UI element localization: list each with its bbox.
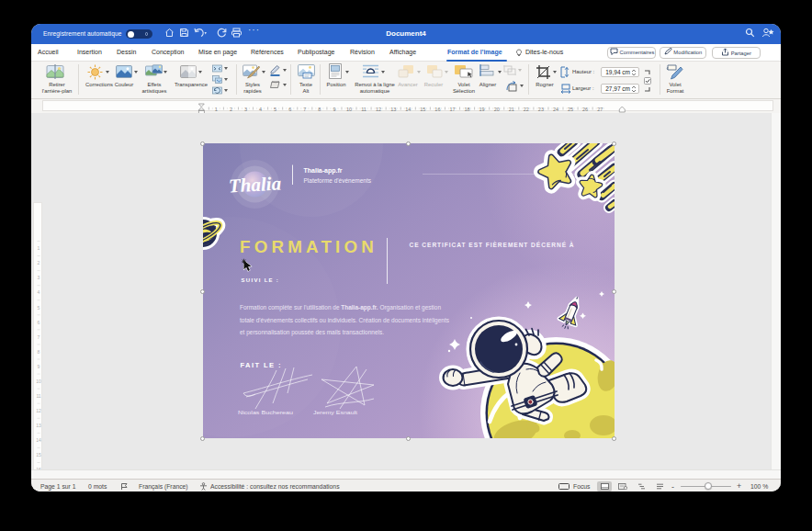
svg-text:24: 24 bbox=[553, 107, 558, 112]
svg-text:10: 10 bbox=[346, 107, 352, 112]
svg-text:5: 5 bbox=[274, 107, 276, 112]
svg-text:6: 6 bbox=[288, 107, 291, 112]
svg-text:1: 1 bbox=[215, 107, 218, 112]
svg-text:3: 3 bbox=[38, 275, 40, 280]
svg-text:et personnalisation poussée de: et personnalisation poussée des mails tr… bbox=[240, 329, 384, 336]
svg-text:14: 14 bbox=[36, 437, 41, 443]
svg-text:19: 19 bbox=[479, 107, 485, 112]
svg-text:16: 16 bbox=[434, 107, 440, 112]
svg-text:Jeremy Esnault: Jeremy Esnault bbox=[313, 409, 357, 415]
svg-text:Nicolas Buchereau: Nicolas Buchereau bbox=[238, 409, 294, 415]
svg-text:2: 2 bbox=[230, 107, 232, 112]
svg-text:Thalia: Thalia bbox=[228, 173, 281, 198]
svg-text:7: 7 bbox=[303, 107, 306, 112]
svg-text:Thalia-app.fr: Thalia-app.fr bbox=[303, 167, 342, 175]
svg-text:4: 4 bbox=[38, 289, 40, 295]
svg-text:22: 22 bbox=[524, 107, 529, 112]
svg-text:CE CERTIFICAT EST FIÈREMENT DÉ: CE CERTIFICAT EST FIÈREMENT DÉCERNÉ À bbox=[409, 241, 574, 248]
svg-text:8: 8 bbox=[38, 349, 40, 355]
svg-text:20: 20 bbox=[494, 107, 500, 112]
svg-text:23: 23 bbox=[538, 107, 544, 112]
svg-text:13: 13 bbox=[36, 423, 41, 428]
svg-text:Formation complète sur l'utili: Formation complète sur l'utilisation de … bbox=[240, 304, 441, 311]
svg-text:15: 15 bbox=[36, 452, 41, 458]
svg-text:FAIT LE :: FAIT LE : bbox=[240, 361, 282, 369]
svg-text:1: 1 bbox=[38, 245, 40, 251]
svg-text:17: 17 bbox=[449, 107, 455, 112]
svg-text:4: 4 bbox=[259, 107, 262, 112]
svg-text:13: 13 bbox=[390, 107, 396, 112]
svg-text:8: 8 bbox=[318, 107, 321, 112]
svg-text:14: 14 bbox=[405, 107, 411, 112]
svg-text:10: 10 bbox=[36, 378, 41, 384]
svg-text:25: 25 bbox=[568, 107, 573, 112]
svg-text:7: 7 bbox=[38, 334, 40, 340]
svg-text:9: 9 bbox=[333, 107, 335, 112]
svg-text:3: 3 bbox=[244, 107, 247, 112]
svg-text:FORMATION: FORMATION bbox=[240, 238, 378, 256]
svg-text:18: 18 bbox=[464, 107, 469, 112]
svg-text:9: 9 bbox=[38, 364, 40, 369]
svg-text:11: 11 bbox=[361, 107, 367, 112]
svg-text:21: 21 bbox=[509, 107, 514, 112]
svg-text:26: 26 bbox=[582, 107, 588, 112]
svg-text:Plateforme d'événements: Plateforme d'événements bbox=[303, 177, 371, 184]
svg-text:11: 11 bbox=[36, 393, 40, 399]
svg-text:2: 2 bbox=[38, 260, 40, 266]
svg-text:27: 27 bbox=[597, 107, 603, 112]
svg-text:totale d'événements collectifs: totale d'événements collectifs ou indivi… bbox=[240, 317, 449, 324]
svg-text:12: 12 bbox=[376, 107, 381, 112]
svg-text:SUIVI LE :: SUIVI LE : bbox=[241, 277, 279, 283]
svg-text:5: 5 bbox=[38, 305, 40, 311]
svg-text:6: 6 bbox=[38, 320, 40, 325]
svg-text:15: 15 bbox=[420, 107, 425, 112]
svg-text:12: 12 bbox=[36, 408, 41, 413]
